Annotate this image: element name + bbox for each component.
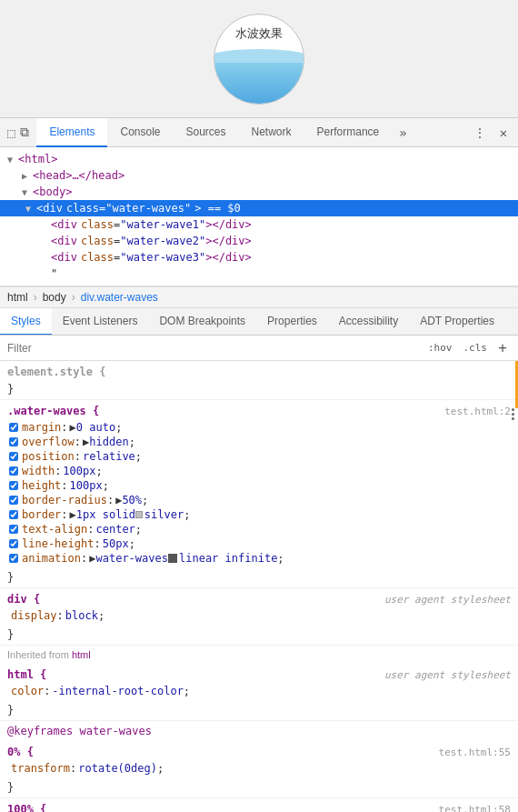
- rule-header-waterwaves: .water-waves { test.html:2: [0, 402, 518, 420]
- breadcrumb-html[interactable]: html: [7, 291, 28, 304]
- rule-source-div-ua: user agent stylesheet: [384, 594, 511, 606]
- overflow-menu-button[interactable]: [512, 408, 514, 420]
- rule-close-element: }: [0, 381, 518, 397]
- color-swatch-silver[interactable]: [135, 511, 143, 518]
- styles-content: element.style { } .water-waves { test.ht…: [0, 361, 518, 812]
- prop-position: position: relative;: [7, 449, 511, 464]
- rule-props-div-ua: display: block;: [0, 608, 518, 627]
- breadcrumb: html › body › div.water-waves: [0, 286, 518, 308]
- tab-accessibility[interactable]: Accessibility: [328, 308, 409, 336]
- prop-transform-0: transform: rotate(0deg);: [7, 761, 511, 776]
- rule-selector-html-ua[interactable]: html {: [7, 668, 46, 681]
- settings-button[interactable]: ⋮: [469, 122, 491, 144]
- tab-sources[interactable]: Sources: [174, 118, 239, 147]
- dom-line-body[interactable]: ▼ <body>: [0, 184, 518, 200]
- tab-properties[interactable]: Properties: [256, 308, 328, 336]
- expand-arrow-body[interactable]: ▼: [22, 187, 33, 197]
- rule-selector-waterwaves[interactable]: .water-waves {: [7, 405, 99, 417]
- dom-tree: ▼ <html> ▶ <head>…</head> ▼ <body> ▼ <di…: [0, 147, 518, 286]
- tab-console[interactable]: Console: [107, 118, 173, 147]
- prop-overflow-checkbox[interactable]: [9, 437, 18, 446]
- rule-selector-element: element.style {: [7, 366, 105, 378]
- tab-styles[interactable]: Styles: [0, 308, 52, 336]
- prop-overflow: overflow: ▶ hidden;: [7, 435, 511, 449]
- prop-height-checkbox[interactable]: [9, 481, 18, 490]
- breadcrumb-div[interactable]: div.water-waves: [81, 291, 158, 304]
- dom-line-water-waves[interactable]: ▼ <div class="water-waves" > == $0: [0, 200, 518, 216]
- wave-fill: [214, 63, 304, 103]
- expand-arrow-html[interactable]: ▼: [7, 155, 18, 165]
- rule-props-waterwaves: margin: ▶ 0 auto; overflow: ▶ hidden; po…: [0, 420, 518, 569]
- rule-source-100pct[interactable]: test.html:58: [439, 804, 511, 813]
- rule-header-element: element.style {: [0, 363, 518, 381]
- rule-close-div-ua: }: [0, 627, 518, 643]
- rule-close-html-ua: }: [0, 702, 518, 718]
- filter-input[interactable]: [7, 342, 424, 355]
- rule-source-waterwaves[interactable]: test.html:2: [444, 406, 511, 417]
- rule-header-html-ua: html { user agent stylesheet: [0, 666, 518, 684]
- prop-display: display: block;: [7, 608, 511, 623]
- prop-border: border: ▶ 1px solid silver;: [7, 507, 511, 522]
- wave-top: [214, 49, 304, 67]
- rule-close-waterwaves: }: [0, 569, 518, 586]
- breadcrumb-body[interactable]: body: [43, 291, 66, 304]
- rule-props-html-ua: color: -internal-root-color;: [0, 684, 518, 702]
- rule-source-0pct[interactable]: test.html:55: [439, 747, 511, 758]
- expand-arrow-water-waves[interactable]: ▼: [25, 204, 36, 214]
- tab-bar: ⬚ ⧉ Elements Console Sources Network Per…: [0, 118, 518, 147]
- rule-keyframe-0: 0% { test.html:55 transform: rotate(0deg…: [0, 741, 518, 798]
- prop-margin-checkbox[interactable]: [9, 423, 18, 432]
- cls-button[interactable]: .cls: [460, 341, 492, 355]
- prop-line-height-checkbox[interactable]: [9, 539, 18, 548]
- tab-elements[interactable]: Elements: [36, 118, 107, 147]
- rule-selector-100pct[interactable]: 100% {: [7, 803, 46, 812]
- tab-performance[interactable]: Performance: [304, 118, 393, 147]
- tab-more[interactable]: »: [392, 118, 413, 147]
- tab-adt-properties[interactable]: ADT Properties: [409, 308, 505, 336]
- rule-selector-0pct[interactable]: 0% {: [7, 746, 34, 758]
- prop-position-checkbox[interactable]: [9, 452, 18, 461]
- prop-width-checkbox[interactable]: [9, 466, 18, 476]
- dom-line-wave3[interactable]: <div class="water-wave3" ></div>: [0, 249, 518, 266]
- prop-border-radius-checkbox[interactable]: [9, 496, 18, 505]
- filter-bar: :hov .cls +: [0, 336, 518, 361]
- filter-actions: :hov .cls +: [424, 340, 511, 356]
- inspect-icon[interactable]: ⬚: [7, 125, 15, 140]
- wave-label: 水波效果: [235, 25, 283, 42]
- rule-header-0pct: 0% { test.html:55: [0, 743, 518, 761]
- hov-button[interactable]: :hov: [424, 341, 456, 355]
- dom-line-wave2[interactable]: <div class="water-wave2" ></div>: [0, 233, 518, 249]
- tab-event-listeners[interactable]: Event Listeners: [52, 308, 149, 336]
- rule-close-0pct: }: [0, 779, 518, 796]
- prop-border-checkbox[interactable]: [9, 510, 18, 519]
- rule-source-html-ua: user agent stylesheet: [384, 669, 511, 681]
- dom-line-html[interactable]: ▼ <html>: [0, 151, 518, 167]
- tab-dom-breakpoints[interactable]: DOM Breakpoints: [148, 308, 256, 336]
- bottom-panel: Styles Event Listeners DOM Breakpoints P…: [0, 308, 518, 812]
- main-panel: ⬚ ⧉ Elements Console Sources Network Per…: [0, 118, 518, 812]
- rule-header-100pct: 100% { test.html:58: [0, 800, 518, 812]
- expand-arrow-head[interactable]: ▶: [22, 171, 33, 181]
- rule-props-0pct: transform: rotate(0deg);: [0, 761, 518, 779]
- rule-selector-div-ua[interactable]: div {: [7, 593, 40, 606]
- device-icon[interactable]: ⧉: [20, 125, 29, 140]
- styles-tab-bar: Styles Event Listeners DOM Breakpoints P…: [0, 308, 518, 336]
- anim-checkbox[interactable]: [168, 554, 177, 563]
- tab-icon-group: ⬚ ⧉: [0, 118, 36, 147]
- dom-line-wave1[interactable]: <div class="water-wave1" ></div>: [0, 216, 518, 233]
- inherited-from-header: Inherited from html: [0, 646, 518, 664]
- water-wave-widget: 水波效果: [214, 14, 304, 105]
- rule-div-ua: div { user agent stylesheet display: blo…: [0, 588, 518, 646]
- prop-text-align-checkbox[interactable]: [9, 525, 18, 534]
- prop-animation: animation: ▶ water-waves linear infinite…: [7, 551, 511, 566]
- prop-line-height: line-height: 50px;: [7, 536, 511, 551]
- prop-border-radius: border-radius: ▶ 50%;: [7, 493, 511, 507]
- prop-animation-checkbox[interactable]: [9, 554, 18, 563]
- prop-width: width: 100px;: [7, 464, 511, 478]
- dom-line-head[interactable]: ▶ <head>…</head>: [0, 167, 518, 184]
- tab-network[interactable]: Network: [239, 118, 304, 147]
- prop-height: height: 100px;: [7, 478, 511, 493]
- add-style-button[interactable]: +: [494, 340, 511, 356]
- close-devtools-button[interactable]: ✕: [493, 122, 514, 144]
- rule-header-div-ua: div { user agent stylesheet: [0, 590, 518, 608]
